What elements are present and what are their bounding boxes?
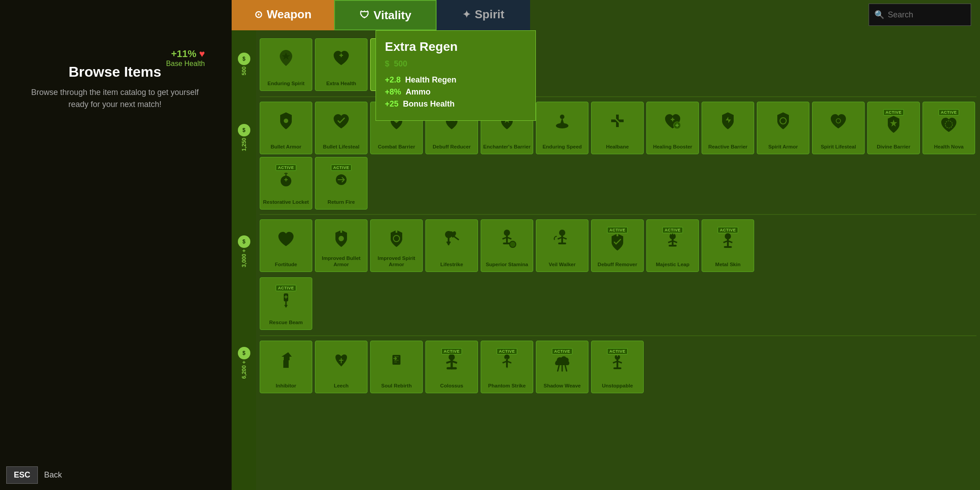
tier-500-row: Enduring Spirit Extra Health bbox=[260, 35, 976, 95]
item-debuff-remover[interactable]: ACTIVE Debuff Remover bbox=[591, 219, 644, 272]
item-extra-health[interactable]: Extra Health bbox=[315, 38, 368, 91]
active-badge-metal: ACTIVE bbox=[718, 227, 738, 233]
item-enduring-speed[interactable]: Enduring Speed bbox=[536, 102, 588, 154]
item-enduring-spirit-label: Enduring Spirit bbox=[265, 81, 306, 87]
item-reactive-barrier[interactable]: Reactive Barrier bbox=[702, 102, 754, 154]
price-6200-label: 6,200 + bbox=[241, 361, 247, 379]
active-badge-divine: ACTIVE bbox=[883, 109, 904, 115]
item-spirit-lifesteal-label: Spirit Lifesteal bbox=[819, 144, 858, 150]
item-healbane-label: Healbane bbox=[604, 144, 630, 150]
coin-6200: $ bbox=[238, 347, 250, 359]
spirit-tab-icon: ✦ bbox=[462, 9, 470, 21]
svg-point-16 bbox=[504, 230, 510, 236]
item-rescue-beam-label: Rescue Beam bbox=[267, 320, 304, 326]
price-1250-label: 1,250 bbox=[241, 138, 247, 151]
tier-divider-2 bbox=[260, 214, 976, 215]
item-bullet-armor-label: Bullet Armor bbox=[269, 144, 303, 150]
tooltip-stat-1-key: Health Regen bbox=[405, 75, 457, 84]
tab-weapon[interactable]: ⊙ Weapon bbox=[232, 0, 334, 30]
item-bullet-lifesteal-label: Bullet Lifesteal bbox=[321, 144, 361, 150]
item-veil-walker[interactable]: Veil Walker bbox=[536, 219, 588, 272]
item-rescue-beam[interactable]: ACTIVE Rescue Beam bbox=[260, 277, 312, 330]
coin-3000: $ bbox=[238, 235, 250, 248]
back-label: Back bbox=[44, 470, 62, 480]
item-unstoppable[interactable]: ACTIVE Unstoppable bbox=[591, 341, 644, 393]
item-enchanters-barrier-label: Enchanter's Barrier bbox=[482, 144, 532, 150]
item-phantom-strike[interactable]: ACTIVE Phantom Strike bbox=[481, 341, 533, 393]
search-input[interactable] bbox=[888, 10, 980, 20]
tooltip-title: Extra Regen bbox=[385, 40, 527, 54]
item-superior-stamina-label: Superior Stamina bbox=[484, 262, 530, 268]
svg-point-20 bbox=[670, 233, 676, 239]
item-debuff-reducer-label: Debuff Reducer bbox=[431, 144, 473, 150]
svg-point-11 bbox=[339, 236, 344, 241]
base-health-label: Base Health bbox=[166, 60, 205, 68]
price-1250: $ 1,250 bbox=[232, 124, 256, 151]
item-enduring-spirit[interactable]: Enduring Spirit bbox=[260, 38, 312, 91]
item-improved-spirit-armor[interactable]: Improved Spirit Armor bbox=[370, 219, 423, 272]
item-phantom-strike-label: Phantom Strike bbox=[486, 383, 527, 389]
coin-1250: $ bbox=[238, 124, 250, 136]
active-badge-phantom: ACTIVE bbox=[497, 348, 517, 354]
item-healbane[interactable]: Healbane bbox=[591, 102, 644, 154]
item-bullet-lifesteal[interactable]: Bullet Lifesteal bbox=[315, 102, 368, 154]
item-inhibitor[interactable]: Inhibitor bbox=[260, 341, 312, 393]
item-debuff-remover-label: Debuff Remover bbox=[596, 262, 639, 268]
active-badge-return-fire: ACTIVE bbox=[331, 165, 351, 171]
tier-divider-1 bbox=[260, 96, 976, 97]
item-return-fire[interactable]: ACTIVE Return Fire bbox=[315, 157, 368, 210]
item-divine-barrier[interactable]: ACTIVE Divine Barrier bbox=[867, 102, 920, 154]
tooltip-price: $ 500 bbox=[385, 58, 527, 69]
item-spirit-armor[interactable]: Spirit Armor bbox=[757, 102, 809, 154]
search-box[interactable]: 🔍 ✕ bbox=[869, 4, 971, 26]
svg-rect-19 bbox=[617, 234, 618, 236]
price-6200: $ 6,200 + bbox=[232, 347, 256, 379]
item-restorative-locket[interactable]: ACTIVE Restorative Locket bbox=[260, 157, 312, 210]
content-area: $ 500 $ 1,250 $ 3,000 + $ 6,200 + bbox=[232, 30, 980, 490]
item-soul-rebirth[interactable]: Soul Rebirth bbox=[370, 341, 423, 393]
price-sidebar: $ 500 $ 1,250 $ 3,000 + $ 6,200 + bbox=[232, 30, 256, 490]
item-spirit-lifesteal[interactable]: Spirit Lifesteal bbox=[812, 102, 865, 154]
tab-vitality[interactable]: 🛡 Vitality bbox=[334, 0, 437, 30]
tab-spirit[interactable]: ✦ Spirit bbox=[437, 0, 530, 30]
item-health-nova[interactable]: ACTIVE Health Nova bbox=[923, 102, 975, 154]
esc-button[interactable]: ESC bbox=[6, 466, 38, 484]
item-improved-spirit-armor-label: Improved Spirit Armor bbox=[371, 255, 422, 268]
item-shadow-weave[interactable]: ACTIVE Shadow Weave bbox=[536, 341, 588, 393]
item-bullet-armor[interactable]: Bullet Armor bbox=[260, 102, 312, 154]
active-badge-nova: ACTIVE bbox=[939, 109, 959, 115]
item-metal-skin[interactable]: ACTIVE Metal Skin bbox=[702, 219, 754, 272]
item-colossus-label: Colossus bbox=[438, 383, 465, 389]
item-improved-bullet-armor-label: Improved Bullet Armor bbox=[315, 255, 367, 268]
health-bonus: +11% bbox=[171, 48, 196, 59]
coin-500: $ bbox=[238, 53, 250, 65]
active-badge-debuff-rem: ACTIVE bbox=[607, 227, 628, 233]
item-inhibitor-label: Inhibitor bbox=[274, 383, 298, 389]
item-healing-booster-label: Healing Booster bbox=[651, 144, 694, 150]
active-badge-locket: ACTIVE bbox=[276, 165, 296, 171]
item-leech-label: Leech bbox=[332, 383, 350, 389]
tooltip-stat-3-key: Bonus Health bbox=[403, 99, 455, 108]
item-superior-stamina[interactable]: Superior Stamina bbox=[481, 219, 533, 272]
svg-point-1 bbox=[284, 119, 288, 123]
item-improved-bullet-armor[interactable]: Improved Bullet Armor bbox=[315, 219, 368, 272]
items-grid: Enduring Spirit Extra Health bbox=[256, 30, 980, 490]
item-fortitude[interactable]: Fortitude bbox=[260, 219, 312, 272]
item-leech[interactable]: Leech bbox=[315, 341, 368, 393]
svg-point-21 bbox=[725, 233, 731, 239]
tooltip-stat-1-val: +2.8 bbox=[385, 75, 401, 84]
active-badge-majestic: ACTIVE bbox=[662, 227, 683, 233]
active-badge-unstop: ACTIVE bbox=[607, 348, 628, 354]
search-icon: 🔍 bbox=[874, 10, 884, 20]
tab-vitality-label: Vitality bbox=[374, 8, 412, 22]
item-reactive-barrier-label: Reactive Barrier bbox=[706, 144, 749, 150]
item-lifestrike[interactable]: Lifestrike bbox=[425, 219, 478, 272]
item-unstoppable-label: Unstoppable bbox=[600, 383, 635, 389]
tooltip-stat-2: +8% Ammo bbox=[385, 87, 527, 97]
tier-1250-row: Bullet Armor Bullet Lifesteal bbox=[260, 98, 976, 213]
item-restorative-locket-label: Restorative Locket bbox=[261, 199, 311, 206]
item-healing-booster[interactable]: Healing Booster bbox=[646, 102, 699, 154]
price-500-label: 500 bbox=[241, 66, 247, 75]
item-colossus[interactable]: ACTIVE Colossus bbox=[425, 341, 478, 393]
item-majestic-leap[interactable]: ACTIVE Majestic Leap bbox=[646, 219, 699, 272]
